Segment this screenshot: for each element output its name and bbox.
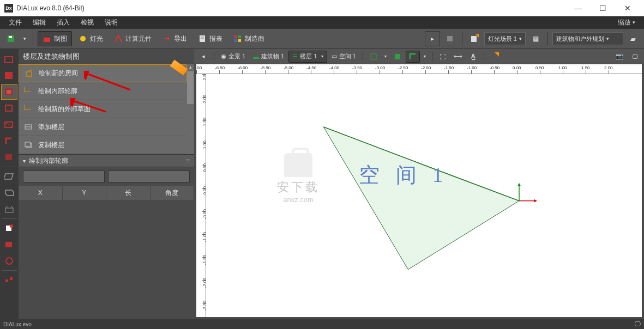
side-item-label: 绘制新的外部草图 xyxy=(38,105,91,114)
viewport[interactable]: 安下载 anxz.com 空 间 1 xyxy=(206,74,642,317)
new-scene-button[interactable] xyxy=(467,31,482,46)
copy-floor-icon xyxy=(24,141,33,149)
measure-button[interactable]: ⟷ xyxy=(451,51,465,63)
side-item-label: 绘制新的房间 xyxy=(39,69,78,78)
side-item-inner-contour[interactable]: 绘制内部轮廓 xyxy=(19,82,186,100)
view3d-3b[interactable]: ▾ xyxy=(421,51,429,63)
rail-btn-12[interactable] xyxy=(1,237,17,252)
scene-delete-button[interactable]: ▦ xyxy=(528,31,543,46)
rail-btn-13[interactable] xyxy=(1,253,17,269)
camera-button[interactable]: 📷 xyxy=(612,51,627,63)
menu-insert[interactable]: 插入 xyxy=(51,16,75,28)
rail-btn-1[interactable] xyxy=(1,52,17,67)
mode-draw[interactable]: 制图 xyxy=(38,31,72,46)
room-icon xyxy=(25,69,33,78)
mode-manufacturer[interactable]: 制造商 xyxy=(229,31,269,46)
side-panel: 楼层及建筑物制图 绘制新的房间 绘制内部轮廓 绘制新的外部草图 xyxy=(19,49,194,319)
col-angle[interactable]: 角度 xyxy=(151,186,195,200)
svg-point-3 xyxy=(80,36,86,41)
rail-btn-4[interactable] xyxy=(1,101,17,116)
side-item-outer-sketch[interactable]: 绘制新的外部草图 xyxy=(19,100,186,118)
rail-btn-3[interactable] xyxy=(1,84,17,100)
new-view-button[interactable] xyxy=(487,51,502,63)
plan-dropdown[interactable]: 建筑物和户外规划▾ xyxy=(552,32,623,45)
save-button[interactable] xyxy=(3,31,19,46)
watermark: 安下载 anxz.com xyxy=(277,153,320,204)
rail-btn-11[interactable] xyxy=(1,221,17,236)
menu-edit[interactable]: 编辑 xyxy=(27,16,51,28)
svg-rect-8 xyxy=(238,35,241,38)
menu-view[interactable]: 检视 xyxy=(75,16,99,28)
side-item-copy-floor[interactable]: 复制楼层 xyxy=(19,136,186,154)
view-building[interactable]: ▬建筑物 1 xyxy=(250,51,287,63)
status-icon[interactable]: 🖵 xyxy=(634,320,641,328)
menu-zoom[interactable]: 缩放 ▾ xyxy=(612,16,641,28)
rail-btn-2[interactable] xyxy=(1,68,17,83)
rail-btn-5[interactable] xyxy=(1,117,17,132)
mode-light[interactable]: 灯光 xyxy=(74,31,107,46)
menu-bar: 文件 编辑 插入 检视 说明 缩放 ▾ xyxy=(0,16,644,28)
close-button[interactable]: ✕ xyxy=(615,1,640,16)
svg-rect-17 xyxy=(5,105,12,111)
rail-btn-10[interactable] xyxy=(1,202,17,217)
svg-rect-14 xyxy=(5,72,13,79)
rail-btn-6[interactable] xyxy=(1,133,17,149)
view3d-1[interactable] xyxy=(366,51,381,63)
svg-marker-43 xyxy=(517,183,521,186)
app-logo: Dx xyxy=(4,4,13,13)
delete-icon: ▦ xyxy=(533,35,539,42)
grip-icon[interactable]: ≡ xyxy=(186,157,190,164)
view-prev-button[interactable]: ◂ xyxy=(196,51,210,63)
canvas-area: ◂ ◉全景 1 ▬建筑物 1 ☰楼层 1▾ ▭空间 1 ▾ ▾ ⛶ ⟷ A̲ 📷… xyxy=(194,49,644,319)
ruler-horizontal: -7.00-6.50-6.00-5.50-5.00-4.50-4.00-3.50… xyxy=(196,64,642,74)
side-item-add-floor[interactable]: 添加楼层 xyxy=(19,118,186,136)
side-item-label: 复制楼层 xyxy=(38,141,64,150)
title-bar: Dx DIALux evo 8.0 (64-Bit) — ☐ ✕ xyxy=(0,0,644,16)
maximize-button[interactable]: ☐ xyxy=(591,1,615,16)
side-scrollbar[interactable]: ▴ xyxy=(186,64,194,154)
text-button[interactable]: A̲ xyxy=(466,51,480,63)
view3d-1b[interactable]: ▾ xyxy=(382,51,389,63)
rail-btn-9[interactable] xyxy=(1,185,17,200)
light-icon xyxy=(79,34,87,43)
col-y[interactable]: Y xyxy=(63,186,107,200)
svg-rect-28 xyxy=(5,279,8,282)
mode-calc[interactable]: 计算元件 xyxy=(110,31,156,46)
display-button[interactable]: 🖵 xyxy=(628,51,642,63)
svg-rect-10 xyxy=(238,39,241,42)
svg-rect-35 xyxy=(395,54,400,59)
col-length[interactable]: 长 xyxy=(106,186,151,200)
report-icon xyxy=(198,34,207,43)
mode-report[interactable]: 报表 xyxy=(194,31,227,46)
play-button[interactable]: ▸ xyxy=(425,31,440,46)
view-floor[interactable]: ☰楼层 1▾ xyxy=(288,51,327,63)
minimize-button[interactable]: — xyxy=(566,1,591,16)
room-view-icon: ▭ xyxy=(332,53,337,60)
view-panorama[interactable]: ◉全景 1 xyxy=(218,51,249,63)
view-room[interactable]: ▭空间 1 xyxy=(328,51,359,63)
mode-export[interactable]: 导出 xyxy=(158,31,191,46)
side-item-new-room[interactable]: 绘制新的房间 xyxy=(19,64,186,82)
search-row xyxy=(19,167,194,186)
col-x[interactable]: X xyxy=(19,186,63,200)
plan-extra-button[interactable]: ▰ xyxy=(625,31,641,46)
rail-btn-14[interactable] xyxy=(1,272,17,288)
menu-help[interactable]: 说明 xyxy=(99,16,123,28)
ruler-vertical: 2.502.001.501.000.500.00-0.50-1.00-1.50-… xyxy=(196,74,206,317)
menu-file[interactable]: 文件 xyxy=(3,16,27,28)
building-icon: ▬ xyxy=(253,53,259,60)
side-subheader[interactable]: ▾绘制内部轮廓≡ xyxy=(19,154,194,167)
view3d-3[interactable] xyxy=(406,51,420,63)
svg-rect-13 xyxy=(5,57,13,63)
scene-dropdown[interactable]: 灯光场景 1▾ xyxy=(484,32,526,45)
save-dropdown[interactable]: ▾ xyxy=(21,31,28,46)
view3d-2[interactable] xyxy=(390,51,405,63)
rail-btn-7[interactable] xyxy=(1,150,17,165)
stop-button[interactable] xyxy=(442,31,458,46)
search-box-2[interactable] xyxy=(108,170,190,182)
save-icon xyxy=(7,34,15,43)
search-box-1[interactable] xyxy=(23,170,105,182)
rail-btn-8[interactable] xyxy=(1,169,17,184)
fit-button[interactable]: ⛶ xyxy=(436,51,450,63)
monitor-icon: 🖵 xyxy=(632,53,638,60)
